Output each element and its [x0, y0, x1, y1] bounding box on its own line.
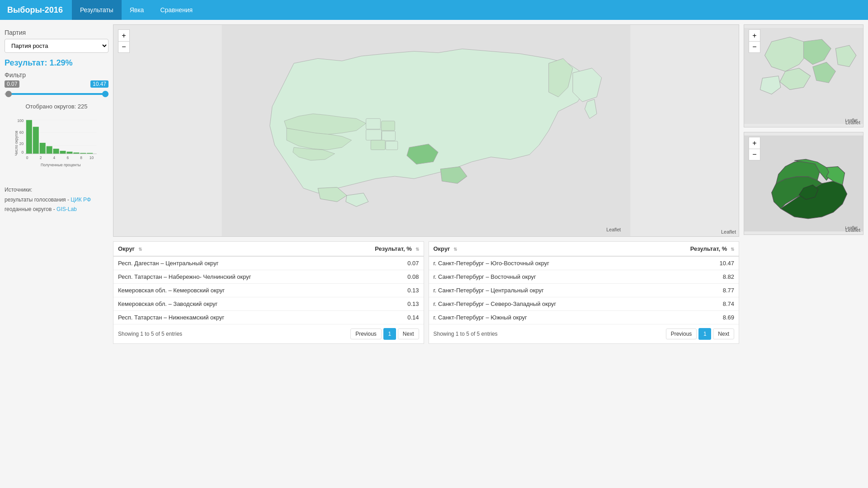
- table-row: Респ. Татарстан – Набережно- Челнинский …: [113, 270, 424, 284]
- nav-results[interactable]: Результаты: [72, 0, 122, 20]
- main-map-zoom-out[interactable]: −: [118, 41, 130, 53]
- table-left-prev[interactable]: Previous: [350, 328, 382, 339]
- filter-range-row: 0.07 10.47: [5, 80, 108, 88]
- svg-text:6: 6: [66, 155, 69, 160]
- svg-text:Leaflet: Leaflet: [606, 227, 621, 232]
- table-right-name: г. Санкт-Петербург – Восточный округ: [429, 270, 650, 284]
- sort-icon-col2: ⇅: [415, 247, 419, 252]
- table-right-showing: Showing 1 to 5 of 5 entries: [434, 331, 498, 337]
- table-right-pagination: Showing 1 to 5 of 5 entries Previous 1 N…: [429, 324, 739, 343]
- table-right-value: 8.74: [650, 297, 739, 311]
- table-left-name: Кемеровская обл. – Заводский округ: [113, 297, 339, 311]
- table-left-value: 0.08: [339, 270, 423, 284]
- svg-text:20: 20: [19, 141, 24, 146]
- range-thumb-right[interactable]: [102, 91, 108, 97]
- table-left-showing: Showing 1 to 5 of 5 entries: [118, 331, 182, 337]
- mini-map-1-zoom-out[interactable]: −: [749, 41, 760, 53]
- table-right-page: 1: [698, 328, 711, 340]
- sources: Источники: результаты голосования - ЦИК …: [5, 185, 108, 215]
- table-left-name: Респ. Татарстан – Нижнекамский округ: [113, 311, 339, 324]
- filter-label: Фильтр: [5, 71, 108, 79]
- svg-text:0: 0: [26, 155, 28, 160]
- mini-map-1-zoom-in[interactable]: +: [749, 29, 760, 41]
- main-map-zoom-in[interactable]: +: [118, 29, 130, 41]
- table-left-col1[interactable]: Округ ⇅: [113, 242, 339, 256]
- table-left-value: 0.13: [339, 284, 423, 297]
- table-right-value: 8.82: [650, 270, 739, 284]
- party-select[interactable]: Партия роста: [5, 39, 108, 53]
- mini-map-2-zoom: + −: [749, 137, 760, 160]
- table-right-name: г. Санкт-Петербург – Северо-Западный окр…: [429, 297, 650, 311]
- table-row: г. Санкт-Петербург – Юго-Восточный округ…: [429, 256, 739, 270]
- svg-rect-13: [53, 149, 59, 154]
- main-map: + −: [113, 24, 739, 237]
- svg-text:0: 0: [22, 150, 24, 155]
- table-right-name: г. Санкт-Петербург – Юго-Восточный округ: [429, 256, 650, 270]
- table-right: Округ ⇅ Результат, % ⇅ г. Санкт-Петербур…: [429, 242, 739, 324]
- table-right-name: г. Санкт-Петербург – Южный округ: [429, 311, 650, 324]
- main-container: Партия Партия роста Результат: 1.29% Фил…: [0, 20, 868, 348]
- party-label: Партия: [5, 29, 108, 36]
- mini-map-2: + − Leaflet Leaflet: [744, 132, 863, 235]
- histogram-title: Отобрано округов: 225: [5, 103, 108, 110]
- table-right-next[interactable]: Next: [713, 328, 734, 339]
- table-left-col2[interactable]: Результат, % ⇅: [339, 242, 423, 256]
- range-track: [7, 93, 108, 95]
- main-map-zoom: + −: [118, 29, 130, 53]
- svg-rect-12: [47, 146, 52, 154]
- table-left-name: Кемеровская обл. – Кемеровский округ: [113, 284, 339, 297]
- svg-text:Число округов: Число округов: [14, 131, 19, 156]
- sort-icon-col1: ⇅: [138, 247, 142, 252]
- table-right-name: г. Санкт-Петербург – Центральный округ: [429, 284, 650, 297]
- histogram-container: Число округов 100 60 20 0: [5, 112, 108, 176]
- table-right-value: 10.47: [650, 256, 739, 270]
- table-row: г. Санкт-Петербург – Северо-Западный окр…: [429, 297, 739, 311]
- svg-rect-11: [40, 143, 46, 154]
- svg-text:60: 60: [19, 130, 24, 135]
- range-slider[interactable]: [5, 89, 108, 99]
- left-panel: Партия Партия роста Результат: 1.29% Фил…: [5, 24, 108, 344]
- table-left-name: Респ. Дагестан – Центральный округ: [113, 256, 339, 270]
- table-left-value: 0.07: [339, 256, 423, 270]
- table-row: Респ. Татарстан – Нижнекамский округ0.14: [113, 311, 424, 324]
- right-panel: + − Leaflet Leaflet + −: [744, 24, 863, 344]
- mini-map-1-svg: Leaflet: [744, 25, 863, 127]
- table-row: г. Санкт-Петербург – Восточный округ8.82: [429, 270, 739, 284]
- table-row: г. Санкт-Петербург – Южный округ8.69: [429, 311, 739, 324]
- mini-map-2-svg: Leaflet: [744, 132, 863, 235]
- svg-rect-10: [33, 127, 39, 154]
- svg-rect-33: [386, 141, 398, 150]
- table-right-col2[interactable]: Результат, % ⇅: [650, 242, 739, 256]
- filter-min-badge: 0.07: [5, 80, 19, 88]
- table-left-panel: Округ ⇅ Результат, % ⇅ Респ. Дагестан – …: [113, 241, 424, 344]
- table-left-page: 1: [383, 328, 396, 340]
- gislab-link[interactable]: GIS-Lab: [57, 206, 77, 212]
- table-right-prev[interactable]: Previous: [666, 328, 697, 339]
- center-content: + −: [113, 24, 739, 344]
- range-thumb-left[interactable]: [5, 91, 12, 97]
- app-title: Выборы-2016: [7, 5, 63, 15]
- nav-compare[interactable]: Сравнения: [152, 0, 201, 20]
- sort-icon-right-col2: ⇅: [731, 247, 734, 252]
- svg-rect-31: [382, 131, 396, 141]
- mini-map-2-zoom-out[interactable]: −: [749, 149, 760, 160]
- table-right-col1[interactable]: Округ ⇅: [429, 242, 650, 256]
- svg-rect-28: [366, 118, 381, 129]
- svg-rect-32: [371, 140, 385, 150]
- nav-turnout[interactable]: Явка: [122, 0, 152, 20]
- svg-text:Полученные проценты: Полученные проценты: [41, 163, 81, 167]
- cik-link[interactable]: ЦИК РФ: [71, 197, 91, 203]
- svg-text:100: 100: [17, 118, 24, 123]
- svg-text:4: 4: [53, 155, 56, 160]
- table-right-panel: Округ ⇅ Результат, % ⇅ г. Санкт-Петербур…: [429, 241, 740, 344]
- main-map-attribution: Leaflet: [721, 229, 736, 235]
- table-left-next[interactable]: Next: [398, 328, 419, 339]
- filter-max-badge: 10.47: [90, 80, 108, 88]
- svg-text:2: 2: [40, 155, 42, 160]
- table-row: Кемеровская обл. – Заводский округ0.13: [113, 297, 424, 311]
- mini-map-2-attribution: Leaflet: [845, 227, 860, 233]
- mini-map-2-zoom-in[interactable]: +: [749, 137, 760, 149]
- table-row: Респ. Дагестан – Центральный округ0.07: [113, 256, 424, 270]
- mini-map-1: + − Leaflet Leaflet: [744, 24, 863, 127]
- svg-text:8: 8: [80, 155, 82, 160]
